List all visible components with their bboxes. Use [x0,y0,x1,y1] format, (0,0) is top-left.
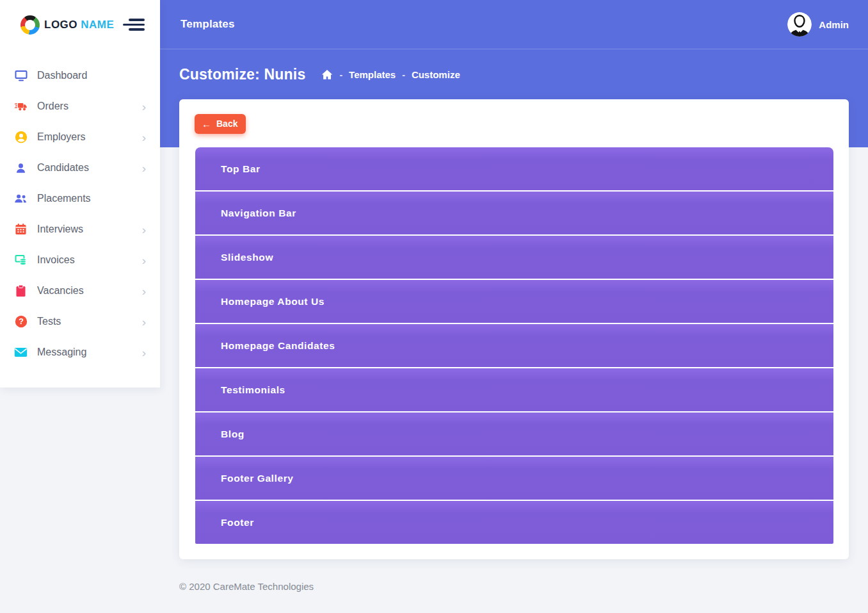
breadcrumb-item-templates[interactable]: Templates [349,69,396,80]
section-item-blog[interactable]: Blog [195,413,833,455]
truck-icon [14,100,28,113]
back-button[interactable]: ← Back [195,114,246,134]
sidebar-item-label: Messaging [37,347,142,358]
section-item-top-bar[interactable]: Top Bar [195,147,833,190]
sidebar-item-label: Tests [37,316,142,327]
user-circle-icon [14,131,28,144]
chevron-right-icon: › [142,347,146,359]
logo-text-primary: LOGO [44,19,77,31]
chevron-right-icon: › [142,316,146,328]
chevron-right-icon: › [142,224,146,236]
sidebar-item-tests[interactable]: ? Tests › [0,306,160,337]
chevron-right-icon: › [142,131,146,143]
section-item-footer-gallery[interactable]: Footer Gallery [195,457,833,500]
calendar-icon [14,223,28,236]
chevron-right-icon: › [142,162,146,174]
back-arrow-icon: ← [202,119,211,129]
sidebar-item-invoices[interactable]: Invoices › [0,245,160,275]
breadcrumb-separator: - [402,70,405,80]
sidebar-item-employers[interactable]: Employers › [0,122,160,152]
sidebar-item-dashboard[interactable]: Dashboard [0,60,160,91]
breadcrumb-item-customize[interactable]: Customize [412,69,460,80]
logo-text: LOGO NAME [44,19,114,31]
question-circle-icon: ? [14,315,28,329]
section-item-testimonials[interactable]: Testimonials [195,368,833,411]
chevron-right-icon: › [142,254,146,266]
sidebar: LOGO NAME Dashboard Orders › Employers › [0,0,160,388]
logo-swirl-icon [20,15,40,35]
users-icon [14,192,28,206]
section-item-footer[interactable]: Footer [195,501,833,544]
sidebar-item-candidates[interactable]: Candidates › [0,152,160,183]
envelope-icon [14,346,28,359]
section-item-navigation-bar[interactable]: Navigation Bar [195,192,833,234]
template-sections-list: Top Bar Navigation Bar Slideshow Homepag… [195,147,833,544]
sidebar-item-label: Invoices [37,254,142,266]
desktop-icon [14,69,28,83]
sidebar-item-messaging[interactable]: Messaging › [0,337,160,368]
avatar[interactable] [787,12,812,37]
logo[interactable]: LOGO NAME [20,15,114,35]
page-title: Customize: Nunis [179,66,305,83]
sidebar-item-label: Dashboard [37,70,146,81]
back-button-label: Back [216,119,237,129]
sidebar-item-label: Candidates [37,162,142,174]
home-icon[interactable] [321,69,333,80]
svg-text:?: ? [19,317,24,326]
sidebar-item-placements[interactable]: Placements [0,183,160,214]
sidebar-menu: Dashboard Orders › Employers › Candidate… [0,49,160,368]
chevron-right-icon: › [142,101,146,113]
user-icon [14,161,28,175]
sidebar-item-orders[interactable]: Orders › [0,91,160,122]
logo-text-secondary: NAME [81,19,114,31]
section-item-homepage-candidates[interactable]: Homepage Candidates [195,324,833,367]
navbar-title: Templates [181,18,235,31]
sidebar-item-label: Vacancies [37,285,142,297]
clipboard-icon [14,284,28,298]
sidebar-item-interviews[interactable]: Interviews › [0,214,160,245]
breadcrumb: - Templates - Customize [321,69,460,80]
invoice-icon [14,254,28,267]
sidebar-item-label: Placements [37,193,146,204]
sidebar-item-vacancies[interactable]: Vacancies › [0,275,160,306]
sidebar-header: LOGO NAME [0,0,160,49]
sidebar-item-label: Employers [37,131,142,143]
sidebar-item-label: Orders [37,101,142,112]
section-item-homepage-about-us[interactable]: Homepage About Us [195,280,833,323]
user-name[interactable]: Admin [819,19,849,30]
breadcrumb-separator: - [339,70,342,80]
chevron-right-icon: › [142,285,146,297]
section-item-slideshow[interactable]: Slideshow [195,236,833,279]
top-navbar: Templates Admin [160,0,868,49]
sidebar-item-label: Interviews [37,224,142,235]
user-menu[interactable]: Admin [787,12,849,37]
copyright-text: © 2020 CareMate Technologies [179,581,314,592]
customize-card: ← Back Top Bar Navigation Bar Slideshow … [179,99,849,559]
sidebar-toggle-hamburger-icon[interactable] [123,16,145,33]
